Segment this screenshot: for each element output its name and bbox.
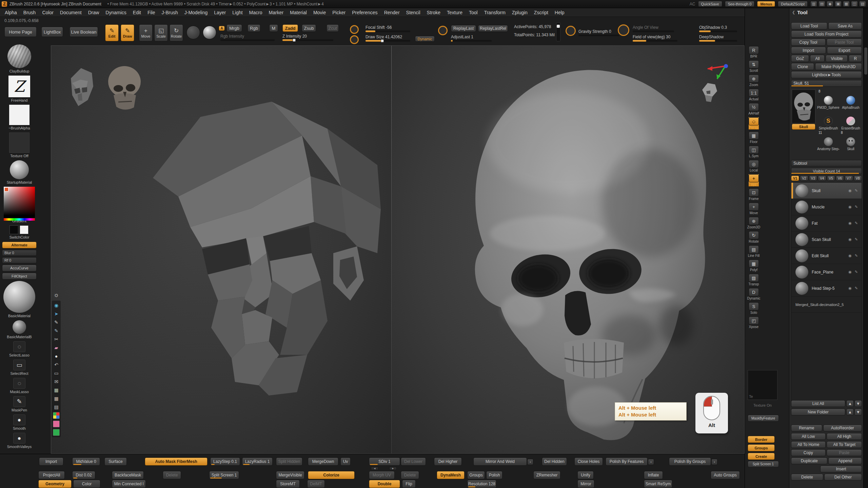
viewport-control-actual[interactable]: 1:1Actual [749,89,759,101]
menu-render[interactable]: Render [384,10,400,15]
axis-gizmo[interactable] [701,60,731,82]
image2-icon[interactable]: ▦ [53,395,60,402]
menu-dynamics[interactable]: Dynamics [105,10,126,15]
subtool-append-button[interactable]: Append [828,458,862,464]
subtool-tab-v7[interactable]: V7 [845,176,853,181]
draw-size-slider[interactable]: Draw Size 41.42062 [366,35,410,42]
bottom-del-higher-button[interactable]: Del Higher [434,458,462,466]
subtool-all-to-home-button[interactable]: All To Home [791,441,826,448]
bottom-flip-button[interactable]: Flip [402,480,416,488]
viewport-control-move[interactable]: +Move [749,203,759,215]
camera-icon[interactable] [618,24,629,36]
bottom-import-button[interactable]: Import [39,458,63,466]
subtool-row-face-plane[interactable]: Face_Plane◉ ✎ [791,264,862,280]
subtool-list-all-button[interactable]: List All [791,400,845,407]
bottom-delete-button[interactable]: Delete [401,471,419,479]
bottom-backfacemask-button[interactable]: BackfaceMask [112,471,144,479]
default-zscript-button[interactable]: DefaultZScript [778,1,808,7]
tool-item-simplebrush[interactable]: SSimpleBrush [817,109,840,130]
gravity-icon[interactable] [566,26,576,36]
thumb-claybuildup[interactable] [7,44,31,68]
current-tool-label[interactable]: Skull [792,124,815,130]
texture-preview[interactable]: Te [748,370,777,400]
rotate-mode-button[interactable]: ↻Rotate [170,24,183,41]
rgb-button[interactable]: Rgb [248,24,260,32]
deep-shadow-slider[interactable]: DeepShadow [699,35,737,42]
collapse-panel-icon[interactable]: ❮ [792,10,795,15]
screen-icon[interactable]: ▣ [835,1,842,7]
select-cursor-icon[interactable]: ➤ [53,310,60,317]
sidebar-item-freehand[interactable]: ZFreeHand [8,76,30,102]
subtool-tab-v4[interactable]: V4 [818,176,826,181]
viewport-control-transp[interactable]: ▨Transp [749,274,759,286]
subtool-visibility-icons[interactable]: ◉ ✎ [848,221,859,225]
subtool-row-fat[interactable]: Fat◉ ✎ [791,215,862,231]
tool-item-eraserbrush[interactable]: EraserBrush [840,109,862,130]
note-icon[interactable]: ✉ [53,378,60,385]
bottom-delmt-button[interactable]: DelMT [307,480,325,488]
bottom-groups-button[interactable]: Groups [467,471,485,479]
subtool-new-folder-button[interactable]: New Folder [791,409,845,415]
menu-brush[interactable]: Brush [23,10,36,15]
viewport-control-floor[interactable]: ▦Floor [749,131,759,144]
menu-color[interactable]: Color [42,10,53,15]
zcut-button[interactable]: Zcut [327,24,339,32]
tool-visible-button[interactable]: Visible [826,55,848,62]
bottom-mergevisible-button[interactable]: MergeVisible [276,471,304,479]
pattern-icon[interactable]: ▧ [859,1,866,7]
tool-item-skull[interactable]: 8Skull [840,130,862,151]
dynamic-toggle[interactable]: Dynamic [415,36,435,42]
draw-mode-button[interactable]: ✎Draw [121,24,134,41]
viewport-control-polyf[interactable]: ▦Polyf [749,260,759,272]
menu-j-modeling[interactable]: J-Modeling [184,10,208,15]
sidebar-item-smooth[interactable]: ●Smooth [13,414,26,430]
viewport-control-xpose[interactable]: ◰Xpose [749,317,759,329]
replay-icon[interactable] [438,26,448,35]
bottom-morph-uv-button[interactable]: Morph UV [369,471,395,479]
bottom-dynamesh-button[interactable]: DynaMesh [437,471,465,479]
subtool-tab-v5[interactable]: V5 [827,176,835,181]
replay-last-rel-button[interactable]: ReplayLastRel [478,25,508,32]
bottom-delete-button[interactable]: Delete [163,471,181,479]
tool-item-anatomy-step-3[interactable]: 11Anatomy Step-3 [817,130,840,151]
swatch-multi[interactable] [53,412,60,419]
thumb-freehand[interactable]: Z [8,76,30,97]
subtool-tab-v2[interactable]: V2 [800,176,808,181]
move-mode-button[interactable]: +Move [139,24,153,41]
menu-transform[interactable]: Transform [484,10,506,15]
bottom-del-lower-button[interactable]: Del Lower [401,458,426,466]
zsub-button[interactable]: Zsub [302,24,316,32]
viewport-control-frame[interactable]: ⊡Frame [749,188,759,201]
swatch-pink[interactable] [53,421,60,427]
thumb-smoothvalleys[interactable]: ● [13,433,25,444]
viewport-control-solo[interactable]: SSolo [749,302,759,314]
menu-tool[interactable]: Tool [469,10,478,15]
subtool-row-edit-skull[interactable]: Edit Skull◉ ✎ [791,248,862,264]
bottom-del-hidden-button[interactable]: Del Hidden [542,458,567,466]
bottom-resolution-128-button[interactable]: Resolution 128 [467,480,496,488]
bottom-polish-by-groups-button[interactable]: Polish By Groups [669,458,711,466]
subtool-tab-v1[interactable]: V1 [791,176,799,181]
bottom-split-screen-1-button[interactable]: Split Screen 1 [209,471,239,479]
viewport-control-aahalf[interactable]: ½AAHalf [748,103,759,115]
bottom-polish-by-features-button[interactable]: Polish By Features [606,458,648,466]
zadd-button[interactable]: Zadd [282,24,298,32]
subtool-visibility-icons[interactable]: ◉ ✎ [848,253,859,258]
viewport-control-l-sym[interactable]: ◫L.Sym [749,146,759,158]
viewport-left[interactable] [51,46,392,454]
tool-load-tool-button[interactable]: Load Tool [791,22,827,29]
viewport-control-rotate[interactable]: ↻Rotate [749,231,759,243]
groups-button[interactable]: Groups [748,444,775,451]
subtool-visibility-icons[interactable]: ◉ ✎ [848,188,859,193]
subtool-delete-button[interactable]: Delete [791,474,823,481]
subtool-all-low-button[interactable]: All Low [791,433,826,440]
trash-icon[interactable]: ▭ [53,370,60,377]
tool-r-button[interactable]: R [849,55,862,62]
bottom-polish-button[interactable]: Polish [486,471,502,479]
menu-layer[interactable]: Layer [214,10,226,15]
mrgb-button[interactable]: Mrgb [226,24,242,32]
subtool-rename-button[interactable]: Rename [791,425,822,431]
sidebar-item-texture-off[interactable]: Texture Off [9,133,29,158]
tool-load-tools-from-project-button[interactable]: Load Tools From Project [791,30,862,38]
thumb-startupmaterial[interactable] [10,160,29,179]
